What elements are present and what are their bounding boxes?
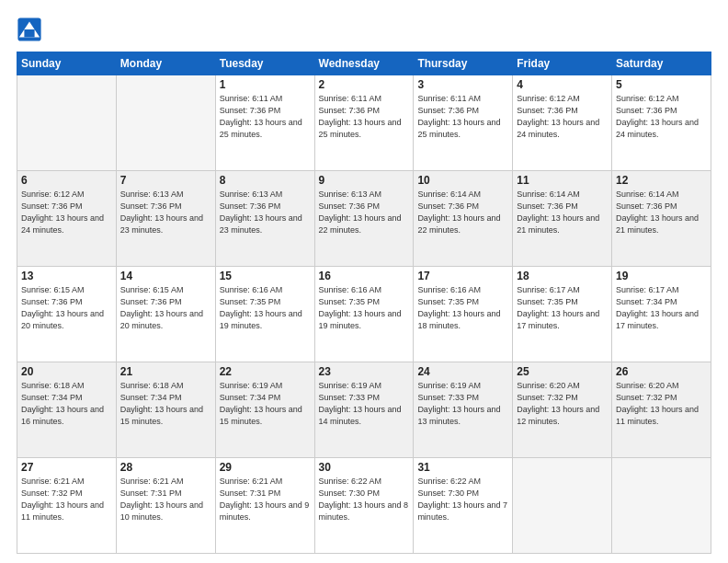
day-info: Sunrise: 6:11 AM Sunset: 7:36 PM Dayligh…: [220, 93, 311, 141]
day-info: Sunrise: 6:20 AM Sunset: 7:32 PM Dayligh…: [517, 380, 608, 428]
calendar-cell: 29Sunrise: 6:21 AM Sunset: 7:31 PM Dayli…: [215, 458, 314, 554]
page: SundayMondayTuesdayWednesdayThursdayFrid…: [0, 0, 728, 563]
calendar-cell: 22Sunrise: 6:19 AM Sunset: 7:34 PM Dayli…: [215, 362, 314, 458]
calendar-table: SundayMondayTuesdayWednesdayThursdayFrid…: [17, 52, 711, 554]
calendar-cell: 7Sunrise: 6:13 AM Sunset: 7:36 PM Daylig…: [116, 171, 215, 267]
day-info: Sunrise: 6:21 AM Sunset: 7:32 PM Dayligh…: [21, 476, 112, 523]
weekday-tuesday: Tuesday: [215, 52, 314, 75]
calendar-cell: 5Sunrise: 6:12 AM Sunset: 7:36 PM Daylig…: [612, 75, 711, 171]
day-number: 5: [616, 78, 707, 91]
calendar-cell: [612, 458, 711, 554]
day-number: 7: [120, 174, 211, 187]
day-number: 30: [319, 461, 410, 474]
day-number: 19: [616, 270, 707, 282]
week-row-5: 27Sunrise: 6:21 AM Sunset: 7:32 PM Dayli…: [17, 458, 711, 554]
day-info: Sunrise: 6:14 AM Sunset: 7:36 PM Dayligh…: [417, 189, 508, 236]
calendar-cell: 31Sunrise: 6:22 AM Sunset: 7:30 PM Dayli…: [414, 458, 513, 554]
calendar-cell: 30Sunrise: 6:22 AM Sunset: 7:30 PM Dayli…: [314, 458, 414, 554]
day-number: 29: [220, 461, 311, 474]
calendar-cell: 26Sunrise: 6:20 AM Sunset: 7:32 PM Dayli…: [612, 362, 711, 458]
day-number: 17: [417, 270, 508, 282]
day-number: 13: [21, 270, 112, 282]
calendar-cell: 13Sunrise: 6:15 AM Sunset: 7:36 PM Dayli…: [17, 267, 117, 362]
day-number: 22: [220, 365, 311, 378]
day-number: 31: [417, 461, 508, 474]
weekday-saturday: Saturday: [612, 52, 711, 75]
weekday-header-row: SundayMondayTuesdayWednesdayThursdayFrid…: [17, 52, 711, 75]
day-number: 28: [120, 461, 211, 474]
day-info: Sunrise: 6:11 AM Sunset: 7:36 PM Dayligh…: [417, 93, 508, 141]
calendar-cell: [116, 75, 215, 171]
day-info: Sunrise: 6:17 AM Sunset: 7:35 PM Dayligh…: [517, 284, 608, 332]
day-number: 27: [21, 461, 112, 474]
day-info: Sunrise: 6:16 AM Sunset: 7:35 PM Dayligh…: [220, 284, 311, 332]
day-info: Sunrise: 6:21 AM Sunset: 7:31 PM Dayligh…: [120, 476, 211, 523]
calendar-cell: 9Sunrise: 6:13 AM Sunset: 7:36 PM Daylig…: [314, 171, 414, 267]
calendar-cell: 19Sunrise: 6:17 AM Sunset: 7:34 PM Dayli…: [612, 267, 711, 362]
weekday-sunday: Sunday: [17, 52, 117, 75]
day-number: 21: [120, 365, 211, 378]
week-row-3: 13Sunrise: 6:15 AM Sunset: 7:36 PM Dayli…: [17, 267, 711, 362]
calendar-cell: 20Sunrise: 6:18 AM Sunset: 7:34 PM Dayli…: [17, 362, 117, 458]
day-info: Sunrise: 6:15 AM Sunset: 7:36 PM Dayligh…: [21, 284, 112, 332]
day-number: 15: [220, 270, 311, 282]
svg-rect-2: [24, 29, 34, 37]
day-info: Sunrise: 6:22 AM Sunset: 7:30 PM Dayligh…: [417, 476, 508, 523]
calendar-cell: 23Sunrise: 6:19 AM Sunset: 7:33 PM Dayli…: [314, 362, 414, 458]
calendar-cell: 17Sunrise: 6:16 AM Sunset: 7:35 PM Dayli…: [414, 267, 513, 362]
day-number: 6: [21, 174, 112, 187]
day-info: Sunrise: 6:12 AM Sunset: 7:36 PM Dayligh…: [517, 93, 608, 141]
day-info: Sunrise: 6:17 AM Sunset: 7:34 PM Dayligh…: [616, 284, 707, 332]
week-row-2: 6Sunrise: 6:12 AM Sunset: 7:36 PM Daylig…: [17, 171, 711, 267]
calendar-cell: 25Sunrise: 6:20 AM Sunset: 7:32 PM Dayli…: [513, 362, 612, 458]
calendar-cell: 18Sunrise: 6:17 AM Sunset: 7:35 PM Dayli…: [513, 267, 612, 362]
day-number: 11: [517, 174, 608, 187]
calendar-cell: 4Sunrise: 6:12 AM Sunset: 7:36 PM Daylig…: [513, 75, 612, 171]
day-info: Sunrise: 6:19 AM Sunset: 7:34 PM Dayligh…: [220, 380, 311, 428]
day-number: 8: [220, 174, 311, 187]
week-row-1: 1Sunrise: 6:11 AM Sunset: 7:36 PM Daylig…: [17, 75, 711, 171]
calendar-cell: 6Sunrise: 6:12 AM Sunset: 7:36 PM Daylig…: [17, 171, 117, 267]
day-info: Sunrise: 6:18 AM Sunset: 7:34 PM Dayligh…: [21, 380, 112, 428]
day-number: 18: [517, 270, 608, 282]
weekday-wednesday: Wednesday: [314, 52, 414, 75]
calendar-cell: 1Sunrise: 6:11 AM Sunset: 7:36 PM Daylig…: [215, 75, 314, 171]
calendar-cell: 2Sunrise: 6:11 AM Sunset: 7:36 PM Daylig…: [314, 75, 414, 171]
week-row-4: 20Sunrise: 6:18 AM Sunset: 7:34 PM Dayli…: [17, 362, 711, 458]
day-info: Sunrise: 6:12 AM Sunset: 7:36 PM Dayligh…: [21, 189, 112, 236]
calendar-cell: 12Sunrise: 6:14 AM Sunset: 7:36 PM Dayli…: [612, 171, 711, 267]
header: [17, 17, 711, 42]
calendar-cell: [17, 75, 117, 171]
day-info: Sunrise: 6:18 AM Sunset: 7:34 PM Dayligh…: [120, 380, 211, 428]
day-info: Sunrise: 6:13 AM Sunset: 7:36 PM Dayligh…: [319, 189, 410, 236]
weekday-friday: Friday: [513, 52, 612, 75]
day-number: 12: [616, 174, 707, 187]
day-number: 26: [616, 365, 707, 378]
day-info: Sunrise: 6:15 AM Sunset: 7:36 PM Dayligh…: [120, 284, 211, 332]
day-number: 23: [319, 365, 410, 378]
calendar-cell: 16Sunrise: 6:16 AM Sunset: 7:35 PM Dayli…: [314, 267, 414, 362]
day-number: 1: [220, 78, 311, 91]
calendar-cell: 3Sunrise: 6:11 AM Sunset: 7:36 PM Daylig…: [414, 75, 513, 171]
day-number: 25: [517, 365, 608, 378]
calendar-cell: 21Sunrise: 6:18 AM Sunset: 7:34 PM Dayli…: [116, 362, 215, 458]
day-info: Sunrise: 6:16 AM Sunset: 7:35 PM Dayligh…: [319, 284, 410, 332]
day-number: 2: [319, 78, 410, 91]
calendar-cell: 10Sunrise: 6:14 AM Sunset: 7:36 PM Dayli…: [414, 171, 513, 267]
logo: [17, 17, 46, 42]
calendar-cell: 28Sunrise: 6:21 AM Sunset: 7:31 PM Dayli…: [116, 458, 215, 554]
day-info: Sunrise: 6:14 AM Sunset: 7:36 PM Dayligh…: [517, 189, 608, 236]
calendar-cell: 24Sunrise: 6:19 AM Sunset: 7:33 PM Dayli…: [414, 362, 513, 458]
day-info: Sunrise: 6:19 AM Sunset: 7:33 PM Dayligh…: [319, 380, 410, 428]
day-info: Sunrise: 6:16 AM Sunset: 7:35 PM Dayligh…: [417, 284, 508, 332]
day-number: 20: [21, 365, 112, 378]
calendar-cell: 14Sunrise: 6:15 AM Sunset: 7:36 PM Dayli…: [116, 267, 215, 362]
day-number: 10: [417, 174, 508, 187]
day-info: Sunrise: 6:22 AM Sunset: 7:30 PM Dayligh…: [319, 476, 410, 523]
day-info: Sunrise: 6:14 AM Sunset: 7:36 PM Dayligh…: [616, 189, 707, 236]
day-info: Sunrise: 6:11 AM Sunset: 7:36 PM Dayligh…: [319, 93, 410, 141]
day-number: 9: [319, 174, 410, 187]
day-number: 14: [120, 270, 211, 282]
calendar-cell: 27Sunrise: 6:21 AM Sunset: 7:32 PM Dayli…: [17, 458, 117, 554]
day-number: 16: [319, 270, 410, 282]
